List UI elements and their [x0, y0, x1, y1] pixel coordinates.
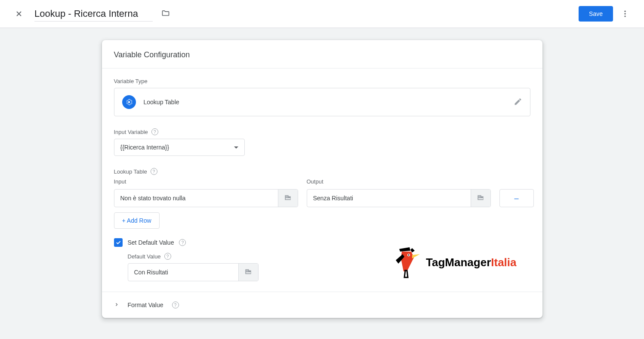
- input-column-header: Input: [114, 178, 298, 185]
- input-variable-label: Input Variable ?: [114, 128, 530, 135]
- close-icon: [15, 9, 23, 18]
- help-icon[interactable]: ?: [179, 239, 186, 246]
- more-menu-button[interactable]: [616, 5, 634, 22]
- default-value-field: [128, 263, 259, 281]
- lookup-input-field: [114, 189, 298, 207]
- pencil-icon: [514, 97, 522, 106]
- lookup-table-label: Lookup Table ?: [114, 168, 530, 175]
- insert-variable-button[interactable]: [238, 264, 258, 281]
- add-row-button[interactable]: + Add Row: [114, 212, 160, 229]
- format-value-section[interactable]: Format Value ?: [102, 292, 542, 318]
- lookup-output-text[interactable]: [307, 190, 471, 207]
- help-icon[interactable]: ?: [164, 253, 171, 260]
- svg-point-0: [624, 11, 626, 12]
- watermark-logo: TagManagerItalia: [391, 246, 516, 279]
- variable-type-label: Variable Type: [114, 78, 530, 84]
- set-default-label: Set Default Value: [128, 239, 174, 246]
- format-value-label: Format Value: [128, 302, 163, 308]
- remove-row-button[interactable]: –: [499, 189, 534, 207]
- insert-variable-button[interactable]: [278, 190, 298, 207]
- building-block-icon: [476, 194, 485, 202]
- variable-type-icon: [122, 95, 136, 109]
- bird-icon: [391, 246, 421, 279]
- folder-icon: [161, 9, 170, 18]
- close-button[interactable]: [10, 5, 28, 22]
- input-variable-select[interactable]: {{Ricerca Interna}}: [114, 139, 245, 156]
- variable-name-input[interactable]: [34, 6, 153, 22]
- output-column-header: Output: [307, 178, 491, 185]
- svg-point-3: [128, 101, 130, 103]
- check-icon: [115, 239, 121, 246]
- save-button[interactable]: Save: [579, 6, 613, 22]
- chevron-down-icon: [234, 146, 238, 149]
- more-vert-icon: [621, 9, 629, 18]
- set-default-checkbox[interactable]: [114, 238, 123, 247]
- top-bar: Save: [0, 0, 644, 28]
- svg-point-5: [408, 255, 410, 256]
- insert-variable-button[interactable]: [471, 190, 490, 207]
- edit-type-icon: [514, 97, 522, 107]
- variable-type-selector[interactable]: Lookup Table: [114, 88, 530, 116]
- svg-point-1: [624, 13, 626, 14]
- building-block-icon: [283, 194, 292, 202]
- building-block-icon: [244, 268, 253, 277]
- help-icon[interactable]: ?: [172, 302, 179, 308]
- lookup-table: Input Output: [114, 178, 530, 207]
- help-icon[interactable]: ?: [151, 128, 158, 135]
- chevron-right-icon: [114, 302, 119, 308]
- lookup-input-text[interactable]: [114, 190, 278, 207]
- variable-type-name: Lookup Table: [144, 99, 514, 106]
- default-value-input[interactable]: [128, 264, 238, 281]
- config-card: Variable Configuration Variable Type Loo…: [102, 40, 542, 318]
- svg-point-2: [624, 16, 626, 17]
- folder-button[interactable]: [159, 6, 173, 22]
- card-title: Variable Configuration: [102, 40, 542, 68]
- help-icon[interactable]: ?: [151, 168, 157, 175]
- gear-badge-icon: [125, 98, 133, 106]
- lookup-output-field: [307, 189, 491, 207]
- input-variable-value: {{Ricerca Interna}}: [120, 144, 169, 151]
